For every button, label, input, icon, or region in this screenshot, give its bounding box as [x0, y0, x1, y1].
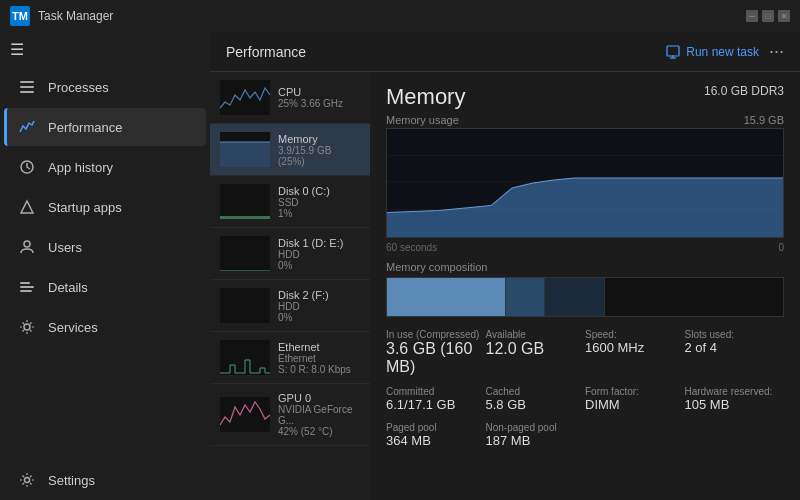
- device-sub: HDD: [278, 301, 360, 312]
- titlebar-title: Task Manager: [38, 9, 113, 23]
- svg-rect-16: [220, 216, 270, 219]
- sidebar-item-details[interactable]: Details: [4, 268, 206, 306]
- titlebar: TM Task Manager ─ □ ✕: [0, 0, 800, 32]
- stat-label: Available: [486, 329, 586, 340]
- titlebar-left: TM Task Manager: [10, 6, 113, 26]
- comp-modified: [506, 278, 546, 316]
- stat-label: Form factor:: [585, 386, 685, 397]
- device-item-ethernet[interactable]: Ethernet Ethernet S: 0 R: 8.0 Kbps: [210, 332, 370, 384]
- stat-value: 105 MB: [685, 397, 785, 412]
- stat-value: 2 of 4: [685, 340, 785, 355]
- stat-label: Hardware reserved:: [685, 386, 785, 397]
- sidebar-item-performance[interactable]: Performance: [4, 108, 206, 146]
- device-item-disk2[interactable]: Disk 2 (F:) HDD 0%: [210, 280, 370, 332]
- close-button[interactable]: ✕: [778, 10, 790, 22]
- cpu-thumb: [220, 80, 270, 115]
- svg-rect-14: [220, 142, 270, 167]
- device-val: 42% (52 °C): [278, 426, 360, 437]
- svg-rect-17: [220, 236, 270, 271]
- device-item-memory[interactable]: Memory 3.9/15.9 GB (25%): [210, 124, 370, 176]
- stat-label: In use (Compressed): [386, 329, 486, 340]
- device-info-disk0: Disk 0 (C:) SSD 1%: [278, 185, 360, 219]
- svg-rect-0: [20, 81, 34, 83]
- more-options-button[interactable]: ···: [769, 41, 784, 62]
- svg-rect-2: [20, 91, 34, 93]
- detail-spec-block: 16.0 GB DDR3: [704, 84, 784, 98]
- minimize-button[interactable]: ─: [746, 10, 758, 22]
- performance-icon: [18, 118, 36, 136]
- run-new-task-button[interactable]: Run new task: [666, 45, 759, 59]
- stat-value: 187 MB: [486, 433, 586, 448]
- sidebar-item-app-history[interactable]: App history: [4, 148, 206, 186]
- stat-label: Non-paged pool: [486, 422, 586, 433]
- device-name: Ethernet: [278, 341, 360, 353]
- device-info-disk1: Disk 1 (D: E:) HDD 0%: [278, 237, 360, 271]
- sidebar-item-startup-apps[interactable]: Startup apps: [4, 188, 206, 226]
- sidebar-header: ☰: [0, 32, 210, 67]
- svg-point-10: [25, 478, 30, 483]
- device-info-cpu: CPU 25% 3.66 GHz: [278, 86, 360, 109]
- svg-rect-7: [20, 286, 34, 288]
- sidebar-item-settings[interactable]: Settings: [4, 461, 206, 499]
- users-icon: [18, 238, 36, 256]
- device-item-cpu[interactable]: CPU 25% 3.66 GHz: [210, 72, 370, 124]
- comp-inuse: [387, 278, 506, 316]
- sidebar-bottom: Settings: [0, 460, 210, 500]
- chart-footer: 60 seconds 0: [386, 242, 784, 253]
- startup-icon: [18, 198, 36, 216]
- device-sub: Ethernet: [278, 353, 360, 364]
- sidebar-item-services[interactable]: Services: [4, 308, 206, 346]
- details-icon: [18, 278, 36, 296]
- sidebar-item-label: App history: [48, 160, 113, 175]
- header-actions: Run new task ···: [666, 41, 784, 62]
- device-sub: HDD: [278, 249, 360, 260]
- stat-available: Available 12.0 GB: [486, 327, 586, 378]
- stat-committed: Committed 6.1/17.1 GB: [386, 384, 486, 414]
- chart-left-label: 60 seconds: [386, 242, 437, 253]
- processes-icon: [18, 78, 36, 96]
- sidebar: ☰ Processes Performance: [0, 32, 210, 500]
- sidebar-item-users[interactable]: Users: [4, 228, 206, 266]
- composition-label: Memory composition: [386, 261, 784, 273]
- sidebar-item-label: Processes: [48, 80, 109, 95]
- stat-formfactor: Form factor: DIMM: [585, 384, 685, 414]
- device-item-disk0[interactable]: Disk 0 (C:) SSD 1%: [210, 176, 370, 228]
- stat-cached: Cached 5.8 GB: [486, 384, 586, 414]
- stat-value: 5.8 GB: [486, 397, 586, 412]
- detail-panel: Memory 16.0 GB DDR3 Memory usage 15.9 GB: [370, 72, 800, 500]
- hamburger-icon[interactable]: ☰: [10, 40, 24, 59]
- app-history-icon: [18, 158, 36, 176]
- stat-inuse: In use (Compressed) 3.6 GB (160 MB): [386, 327, 486, 378]
- svg-rect-11: [667, 46, 679, 56]
- device-item-gpu0[interactable]: GPU 0 NVIDIA GeForce G... 42% (52 °C): [210, 384, 370, 446]
- device-val: 0%: [278, 260, 360, 271]
- svg-rect-8: [20, 290, 32, 292]
- device-item-disk1[interactable]: Disk 1 (D: E:) HDD 0%: [210, 228, 370, 280]
- svg-rect-12: [220, 80, 270, 115]
- memory-usage-label: Memory usage 15.9 GB: [386, 114, 784, 126]
- stat-value: 3.6 GB (160 MB): [386, 340, 486, 376]
- stat-value: DIMM: [585, 397, 685, 412]
- comp-free: [605, 278, 783, 316]
- svg-rect-6: [20, 282, 30, 284]
- svg-rect-18: [220, 270, 270, 271]
- svg-point-5: [24, 241, 30, 247]
- disk0-thumb: [220, 184, 270, 219]
- stat-label: Slots used:: [685, 329, 785, 340]
- main-area: ☰ Processes Performance: [0, 32, 800, 500]
- sidebar-item-processes[interactable]: Processes: [4, 68, 206, 106]
- maximize-button[interactable]: □: [762, 10, 774, 22]
- stat-label: Cached: [486, 386, 586, 397]
- content-area: Performance Run new task ···: [210, 32, 800, 500]
- stat-pagedpool: Paged pool 364 MB: [386, 420, 486, 450]
- stat-hwreserved: Hardware reserved: 105 MB: [685, 384, 785, 414]
- device-name: Memory: [278, 133, 360, 145]
- composition-bar: [386, 277, 784, 317]
- svg-point-9: [24, 324, 30, 330]
- device-sub: SSD: [278, 197, 360, 208]
- device-val: 0%: [278, 312, 360, 323]
- device-info-ethernet: Ethernet Ethernet S: 0 R: 8.0 Kbps: [278, 341, 360, 375]
- stat-value: 364 MB: [386, 433, 486, 448]
- stat-value: 12.0 GB: [486, 340, 586, 358]
- memory-thumb: [220, 132, 270, 167]
